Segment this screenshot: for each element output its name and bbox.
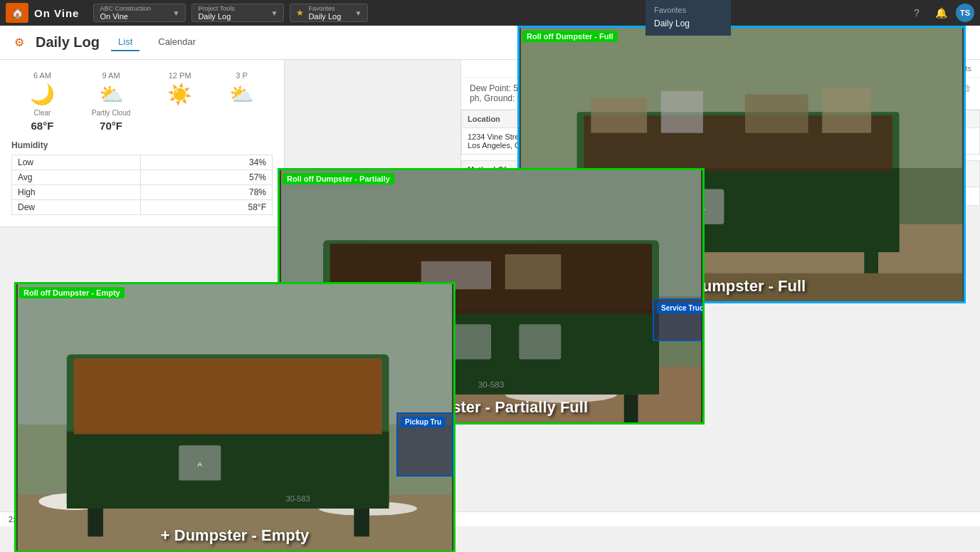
svg-rect-26 xyxy=(624,395,638,422)
street-view-camera-link[interactable]: ⬇ Street View Camera xyxy=(870,83,949,93)
svg-point-33 xyxy=(38,493,108,510)
tools-label-top: Project Tools xyxy=(198,5,234,12)
col-inspection-time: Inspection Time * xyxy=(639,110,735,128)
attachment-cell: ⬇ North View Camera xyxy=(868,128,979,155)
col-disposal-comments: Comments xyxy=(765,161,855,187)
svg-rect-15 xyxy=(281,170,701,422)
humidity-high-label: High xyxy=(12,185,141,200)
tab-calendar[interactable]: Calendar xyxy=(151,33,203,51)
svg-rect-2 xyxy=(521,224,962,301)
col-disposal-attachments: Attachments xyxy=(855,161,980,187)
dumpster-full-caption: + Dumpster - Full xyxy=(520,277,964,296)
help-icon[interactable]: ? xyxy=(907,4,926,22)
weather-desc-9am: Partly Cloud xyxy=(92,109,130,117)
favorites-panel-title: Favorites xyxy=(654,6,722,14)
weather-col-3pm: 3 P ⛅ xyxy=(229,71,254,132)
cloud-sun-icon: ⛅ xyxy=(99,83,124,106)
dumpster-partial-label: Roll off Dumpster - Partially xyxy=(283,173,394,184)
table-row: Avg 57% xyxy=(12,170,273,185)
disposal-attachment-cell: ⬇ East View Camera xyxy=(855,187,980,206)
favorites-label-top: Favorites xyxy=(308,5,341,12)
bottom-item2: Waste Management xyxy=(117,515,187,524)
svg-rect-25 xyxy=(344,395,359,422)
east-view-camera-link[interactable]: ⬇ East View Camera xyxy=(861,192,974,201)
cloud-icon: ⛅ xyxy=(229,83,254,106)
col-disposal-location: DisposalLocation xyxy=(535,161,605,187)
svg-text:30-583: 30-583 xyxy=(478,380,505,390)
time-label-3pm: 3 P xyxy=(236,71,248,80)
humidity-dew-value: 58°F xyxy=(141,200,273,215)
disposal-table: Method OfDisposal DisposalLocation Appro… xyxy=(461,160,980,206)
time-label-12pm: 12 PM xyxy=(169,71,191,80)
humidity-low-value: 34% xyxy=(141,155,273,170)
weather-desc-6am: Clear xyxy=(33,109,51,117)
project-label-bottom: On Vine xyxy=(100,12,151,21)
tools-chevron-icon: ▼ xyxy=(271,9,278,17)
favorites-chevron-icon: ▼ xyxy=(355,9,362,17)
pickup-truck-panel: Pickup Tru xyxy=(396,412,453,477)
humidity-avg-value: 57% xyxy=(141,170,273,185)
star-icon: ★ xyxy=(296,8,304,18)
notification-icon[interactable]: 🔔 xyxy=(932,4,950,22)
sun-icon: ☀️ xyxy=(167,83,192,106)
home-icon[interactable]: 🏠 xyxy=(6,3,28,23)
bottom-item6: Waste Co. xyxy=(405,515,441,524)
main-area: ⚙ Daily Log List Calendar 6 AM 🌙 Clear 6… xyxy=(0,26,980,552)
svg-rect-31 xyxy=(18,425,452,551)
humidity-low-label: Low xyxy=(12,155,141,170)
tools-label-bottom: Daily Log xyxy=(198,12,234,21)
bottom-item5: Dumpster xyxy=(342,515,376,524)
inspection-time-cell: 2:55 PM xyxy=(639,128,735,155)
project-label-top: ABC Construction xyxy=(100,5,151,12)
bottom-item1: Debris xyxy=(66,515,89,524)
weather-col-6am: 6 AM 🌙 Clear 68°F xyxy=(30,71,55,132)
page-header: ⚙ Daily Log List Calendar xyxy=(0,26,980,60)
favorites-panel-item[interactable]: Daily Log xyxy=(654,17,722,30)
svg-rect-20 xyxy=(323,240,659,394)
svg-rect-28 xyxy=(519,324,561,359)
dumpster-partial-panel[interactable]: 30-583 Roll off Dumpster - Partially + D… xyxy=(278,168,705,425)
humidity-table: Low 34% Avg 57% High 78% Dew 58°F xyxy=(11,155,273,215)
tools-dropdown[interactable]: Project Tools Daily Log ▼ xyxy=(191,4,284,22)
table-row: High 78% xyxy=(12,185,273,200)
delete-icon[interactable]: 🗑 xyxy=(963,83,971,93)
col-comments: Comments xyxy=(735,110,868,128)
dumpster-empty-caption: + Dumpster - Empty xyxy=(16,526,453,545)
svg-point-19 xyxy=(505,386,617,403)
humidity-high-value: 78% xyxy=(141,185,273,200)
download-icon: ⬇ xyxy=(861,192,868,201)
disposal-header-row: Method OfDisposal DisposalLocation Appro… xyxy=(462,161,980,187)
svg-rect-16 xyxy=(281,296,701,422)
project-dropdown[interactable]: ABC Construction On Vine ▼ xyxy=(93,4,186,22)
col-method: Method OfDisposal xyxy=(462,161,535,187)
project-chevron-icon: ▼ xyxy=(173,9,180,17)
favorites-label-bottom: Daily Log xyxy=(308,12,341,21)
svg-rect-24 xyxy=(505,254,562,289)
weather-panel: 6 AM 🌙 Clear 68°F 9 AM ⛅ Partly Cloud 70… xyxy=(0,60,285,227)
svg-text:A: A xyxy=(198,460,203,468)
humidity-dew-label: Dew xyxy=(12,200,141,215)
checkbox-checked[interactable]: ✓ xyxy=(584,132,594,142)
weather-temp-6am: 68°F xyxy=(31,120,54,132)
col-quantity: Approximate Quantity [#] * xyxy=(605,161,765,187)
svg-rect-27 xyxy=(449,324,491,359)
north-view-camera-link[interactable]: ⬇ North View Camera xyxy=(874,132,974,142)
time-label-6am: 6 AM xyxy=(33,71,51,80)
favorites-dropdown[interactable]: ★ Favorites Daily Log ▼ xyxy=(290,4,368,22)
svg-rect-17 xyxy=(281,366,701,422)
avatar[interactable]: TS xyxy=(956,4,974,22)
page-title: Daily Log xyxy=(36,34,100,51)
table-header-row: Location Inspected Inspection Time * Com… xyxy=(462,110,980,128)
pickup-truck-label: Pickup Tru xyxy=(401,417,446,427)
tab-list[interactable]: List xyxy=(111,33,139,51)
settings-icon: ⚙ xyxy=(14,36,24,49)
svg-rect-10 xyxy=(598,252,612,280)
svg-rect-30 xyxy=(18,284,452,551)
bottom-item4: Waste Co. xyxy=(278,515,314,524)
nav-right-section: ? 🔔 TS xyxy=(907,4,974,22)
weather-col-12pm: 12 PM ☀️ xyxy=(167,71,192,132)
humidity-avg-label: Avg xyxy=(12,170,141,185)
svg-rect-22 xyxy=(330,244,652,313)
svg-point-35 xyxy=(165,477,291,499)
svg-rect-41 xyxy=(179,445,221,480)
